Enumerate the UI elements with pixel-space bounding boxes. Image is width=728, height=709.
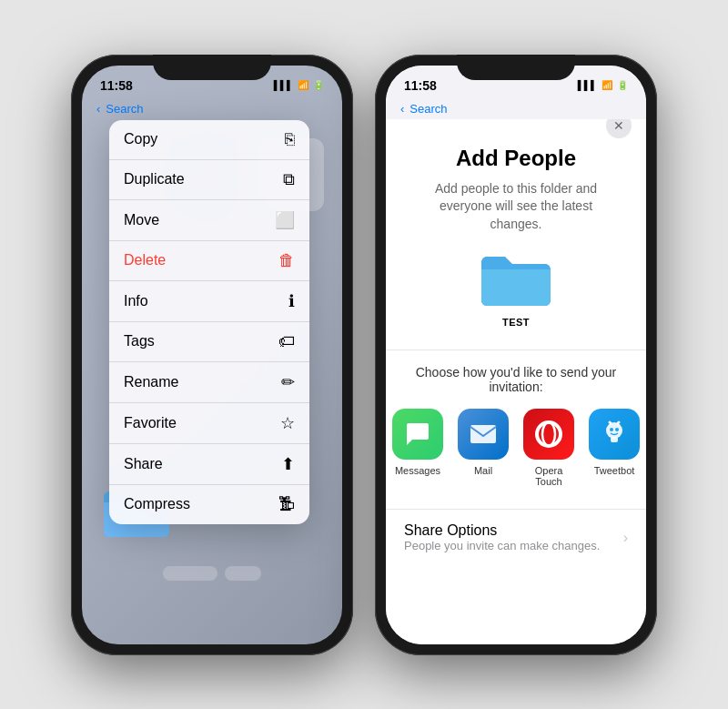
share-icon: ⬆ bbox=[281, 454, 295, 474]
menu-label-info: Info bbox=[124, 293, 148, 309]
svg-point-5 bbox=[610, 428, 613, 431]
signal-icon: ▌▌▌ bbox=[274, 80, 293, 90]
folder-display: TEST bbox=[480, 251, 552, 328]
nav-label-left: Search bbox=[106, 102, 143, 116]
time-left: 11:58 bbox=[100, 78, 133, 93]
menu-label-delete: Delete bbox=[124, 252, 166, 268]
menu-item-info[interactable]: Info ℹ bbox=[109, 281, 309, 322]
back-chevron-right: ‹ bbox=[400, 102, 404, 116]
sheet-title: Add People bbox=[456, 146, 576, 171]
svg-point-3 bbox=[606, 422, 622, 439]
duplicate-icon: ⧉ bbox=[283, 170, 295, 189]
wifi-icon: 📶 bbox=[298, 80, 308, 90]
menu-label-compress: Compress bbox=[124, 496, 190, 512]
tweetbot-icon-svg bbox=[599, 419, 630, 450]
share-options-subtitle: People you invite can make changes. bbox=[404, 539, 600, 552]
move-icon: ⬜ bbox=[275, 210, 295, 230]
nav-bar-right: ‹ Search bbox=[386, 98, 646, 119]
battery-icon: 🔋 bbox=[313, 80, 324, 90]
mail-icon-svg bbox=[469, 423, 498, 445]
context-menu: Copy ⎘ Duplicate ⧉ Move ⬜ Delete 🗑 Info … bbox=[109, 120, 309, 524]
menu-label-duplicate: Duplicate bbox=[124, 171, 185, 187]
share-app-messages[interactable]: Messages bbox=[392, 409, 443, 487]
compress-icon: 🗜 bbox=[278, 495, 295, 514]
add-people-sheet: ✕ Add People Add people to this folder a… bbox=[386, 98, 646, 644]
menu-label-share: Share bbox=[124, 456, 163, 472]
battery-icon-right: 🔋 bbox=[617, 80, 628, 90]
left-phone: 11:58 ▌▌▌ 📶 🔋 ‹ Search bbox=[71, 55, 353, 655]
menu-label-tags: Tags bbox=[124, 333, 155, 349]
svg-point-10 bbox=[618, 421, 621, 424]
menu-item-move[interactable]: Move ⬜ bbox=[109, 200, 309, 241]
nav-label-right: Search bbox=[410, 102, 447, 116]
left-screen: 11:58 ▌▌▌ 📶 🔋 ‹ Search bbox=[82, 66, 342, 644]
tweetbot-label: Tweetbot bbox=[594, 465, 635, 476]
share-app-opera[interactable]: Opera Touch bbox=[523, 409, 574, 487]
signal-icon-right: ▌▌▌ bbox=[578, 80, 597, 90]
opera-icon-svg bbox=[533, 419, 564, 450]
tags-icon: 🏷 bbox=[278, 332, 295, 351]
share-app-mail[interactable]: Mail bbox=[458, 409, 509, 487]
nav-bar-left: ‹ Search bbox=[82, 98, 342, 119]
menu-item-duplicate[interactable]: Duplicate ⧉ bbox=[109, 160, 309, 200]
menu-item-favorite[interactable]: Favorite ☆ bbox=[109, 403, 309, 444]
status-icons-left: ▌▌▌ 📶 🔋 bbox=[274, 80, 324, 90]
divider bbox=[386, 349, 646, 350]
info-icon: ℹ bbox=[288, 291, 295, 311]
share-options-row[interactable]: Share Options People you invite can make… bbox=[386, 509, 646, 565]
svg-point-1 bbox=[537, 422, 561, 446]
messages-icon-svg bbox=[403, 420, 432, 449]
menu-label-favorite: Favorite bbox=[124, 415, 177, 431]
svg-rect-0 bbox=[470, 425, 496, 443]
menu-item-compress[interactable]: Compress 🗜 bbox=[109, 485, 309, 524]
folder-label: TEST bbox=[502, 317, 530, 328]
delete-icon: 🗑 bbox=[278, 251, 295, 270]
mail-app-icon bbox=[458, 409, 509, 460]
svg-point-2 bbox=[542, 422, 555, 446]
status-icons-right: ▌▌▌ 📶 🔋 bbox=[578, 80, 628, 90]
menu-item-share[interactable]: Share ⬆ bbox=[109, 444, 309, 485]
time-right: 11:58 bbox=[404, 78, 437, 93]
menu-item-copy[interactable]: Copy ⎘ bbox=[109, 120, 309, 160]
menu-label-rename: Rename bbox=[124, 374, 178, 390]
share-apps-row: Messages Mail bbox=[386, 409, 646, 487]
copy-icon: ⎘ bbox=[285, 130, 295, 149]
svg-point-6 bbox=[615, 428, 619, 431]
mail-label: Mail bbox=[474, 465, 492, 476]
menu-item-delete[interactable]: Delete 🗑 bbox=[109, 241, 309, 281]
messages-app-icon bbox=[392, 409, 443, 460]
bottom-blur-items bbox=[163, 566, 261, 581]
right-phone: 11:58 ▌▌▌ 📶 🔋 ‹ Search ✕ Add People Add … bbox=[375, 55, 657, 655]
opera-label: Opera Touch bbox=[523, 465, 574, 487]
messages-label: Messages bbox=[395, 465, 440, 476]
menu-item-rename[interactable]: Rename ✏ bbox=[109, 362, 309, 403]
menu-label-copy: Copy bbox=[124, 131, 157, 147]
menu-item-tags[interactable]: Tags 🏷 bbox=[109, 322, 309, 362]
tweetbot-app-icon bbox=[589, 409, 640, 460]
notch bbox=[153, 55, 271, 80]
right-screen: 11:58 ▌▌▌ 📶 🔋 ‹ Search ✕ Add People Add … bbox=[386, 66, 646, 644]
choose-text: Choose how you'd like to send your invit… bbox=[386, 365, 646, 394]
chevron-right-icon: › bbox=[623, 530, 628, 546]
menu-label-move: Move bbox=[124, 212, 159, 228]
notch-right bbox=[457, 55, 575, 80]
close-icon: ✕ bbox=[613, 118, 624, 133]
svg-rect-4 bbox=[611, 437, 618, 442]
svg-point-9 bbox=[609, 421, 612, 424]
wifi-icon-right: 📶 bbox=[602, 80, 612, 90]
share-options-left: Share Options People you invite can make… bbox=[404, 522, 600, 552]
back-chevron: ‹ bbox=[96, 102, 100, 116]
rename-icon: ✏ bbox=[281, 372, 295, 392]
favorite-icon: ☆ bbox=[280, 413, 295, 433]
share-app-tweetbot[interactable]: Tweetbot bbox=[589, 409, 640, 487]
folder-icon-large bbox=[480, 251, 552, 309]
share-options-title: Share Options bbox=[404, 522, 600, 539]
sheet-subtitle: Add people to this folder and everyone w… bbox=[386, 180, 646, 234]
opera-app-icon bbox=[523, 409, 574, 460]
